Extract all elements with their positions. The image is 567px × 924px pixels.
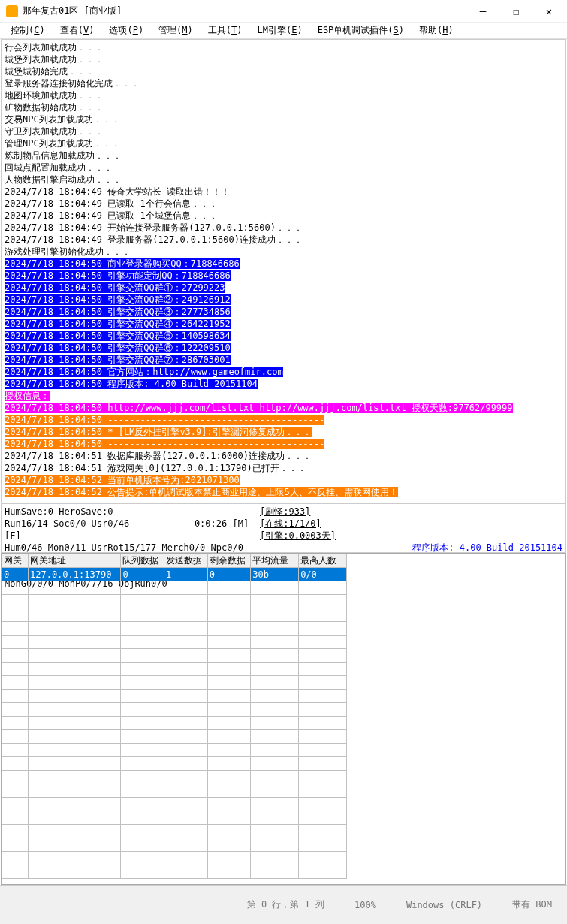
log-line: 回城点配置加载成功．．． [5,162,562,174]
log-line: 2024/7/18 18:04:50 ---------------------… [5,438,562,450]
footer-statusbar: 第 0 行，第 1 列 100% Windows (CRLF) 带有 BOM [0,885,567,924]
table-row[interactable] [2,649,347,663]
minimize-button[interactable]: ─ [466,0,499,23]
table-row[interactable] [2,784,347,798]
menu-options[interactable]: 选项(P) [101,24,151,37]
log-line: 2024/7/18 18:04:50 引擎交流QQ群④：264221952 [5,318,562,330]
footer-encoding: 带有 BOM [512,898,552,911]
menu-help[interactable]: 帮助(H) [412,24,461,37]
maximize-button[interactable]: ☐ [499,0,532,23]
log-line: 2024/7/18 18:04:50 引擎交流QQ群⑤：140598634 [5,330,562,342]
log-line: 2024/7/18 18:04:49 传奇大学站长 读取出错！！！ [5,186,562,198]
table-row[interactable]: 0127.0.0.1:1379001030b0/0 [2,568,347,581]
menu-tools[interactable]: 工具(T) [201,24,250,37]
window-title: 那年复古01区 [商业版] [23,5,466,17]
grid-header[interactable]: 剩余数据 [207,554,251,568]
grid-header[interactable]: 网关地址 [28,554,120,568]
menu-control[interactable]: 控制(C) [3,24,53,37]
log-line: 城堡列表加载成功．．． [5,53,562,65]
table-row[interactable] [2,581,347,595]
log-line: 2024/7/18 18:04:50 引擎交流QQ群③：277734856 [5,306,562,318]
log-line: 登录服务器连接初始化完成．．． [5,77,562,89]
log-line: 授权信息： [5,390,562,402]
table-row[interactable] [2,636,347,649]
menu-lm-engine[interactable]: LM引擎(E) [250,24,310,37]
log-line: 2024/7/18 18:04:50 引擎交流QQ群①：27299223 [5,282,562,294]
status-run: Run16/14 Soc0/0 Usr0/46 0:0:26 [M][F] [5,518,260,542]
table-row[interactable] [2,717,347,730]
log-line: 2024/7/18 18:04:50 引擎交流QQ群②：249126912 [5,294,562,306]
log-line: 2024/7/18 18:04:49 已读取 1个城堡信息．．． [5,210,562,222]
table-row[interactable] [2,771,347,784]
log-line: 2024/7/18 18:04:50 引擎交流QQ群⑥：122209510 [5,342,562,354]
menubar: 控制(C) 查看(V) 选项(P) 管理(M) 工具(T) LM引擎(E) ES… [0,23,567,39]
log-line: 矿物数据初始成功．．． [5,101,562,113]
log-line: 地图环境加载成功．．． [5,89,562,101]
log-line: 城堡城初始完成．．． [5,65,562,77]
status-engine: [引擎:0.0003天] [260,530,562,542]
table-row[interactable] [2,690,347,703]
log-area[interactable]: 行会列表加载成功．．．城堡列表加载成功．．．城堡城初始完成．．．登录服务器连接初… [1,39,566,503]
status-version: 程序版本: 4.00 Build 20151104 [260,542,562,554]
table-row[interactable] [2,744,347,757]
grid-header[interactable]: 平均流量 [251,554,299,568]
log-line: 2024/7/18 18:04:49 已读取 1个行会信息．．． [5,198,562,210]
log-line: 2024/7/18 18:04:49 登录服务器(127.0.0.1:5600)… [5,234,562,246]
log-line: 交易NPC列表加载成功．．． [5,113,562,125]
status-panel: HumSave:0 HeroSave:0 Run16/14 Soc0/0 Usr… [1,503,566,553]
table-row[interactable] [2,798,347,811]
table-row[interactable] [2,811,347,825]
grid-header[interactable]: 队列数据 [121,554,164,568]
status-online: [在线:1/1/0] [260,518,562,530]
log-line: 游戏处理引擎初始化成功．．． [5,246,562,258]
grid-header[interactable]: 最高人数 [299,554,347,568]
log-line: 2024/7/18 18:04:50 ---------------------… [5,414,562,426]
table-row[interactable] [2,825,347,838]
log-line: 2024/7/18 18:04:50 引擎功能定制QQ：718846686 [5,270,562,282]
log-line: 2024/7/18 18:04:50 引擎交流QQ群⑦：286703001 [5,354,562,366]
footer-crlf: Windows (CRLF) [406,900,482,910]
log-line: 2024/7/18 18:04:50 * [LM反外挂引擎v3.9]:引擎漏洞修… [5,426,562,438]
table-row[interactable] [2,757,347,771]
menu-esp-plugin[interactable]: ESP单机调试插件(S) [310,24,412,37]
log-line: 2024/7/18 18:04:50 程序版本: 4.00 Build 2015… [5,378,562,390]
log-line: 2024/7/18 18:04:52 当前单机版本号为:2021071300 [5,474,562,486]
app-icon [6,5,18,17]
titlebar: 那年复古01区 [商业版] ─ ☐ ✕ [0,0,567,23]
log-line: 行会列表加载成功．．． [5,41,562,53]
table-row[interactable] [2,595,347,608]
log-line: 2024/7/18 18:04:50 官方网站：http://www.gameo… [5,366,562,378]
log-line: 管理NPC列表加载成功．．． [5,137,562,149]
table-row[interactable] [2,852,347,865]
log-line: 2024/7/18 18:04:51 数据库服务器(127.0.0.1:6000… [5,450,562,462]
log-line: 炼制物品信息加载成功．．． [5,149,562,162]
menu-manage[interactable]: 管理(M) [151,24,201,37]
table-row[interactable] [2,608,347,622]
close-button[interactable]: ✕ [532,0,565,23]
table-row[interactable] [2,865,347,879]
log-line: 2024/7/18 18:04:50 http://www.jjj.com/li… [5,402,562,414]
table-row[interactable] [2,622,347,636]
table-row[interactable] [2,730,347,744]
footer-zoom: 100% [354,900,376,910]
gateway-grid[interactable]: 网关网关地址队列数据发送数据剩余数据平均流量最高人数 0127.0.0.1:13… [1,553,566,885]
table-row[interactable] [2,703,347,717]
status-refresh: [刷怪:933] [260,506,562,518]
log-line: 2024/7/18 18:04:52 公告提示:单机调试版本禁止商业用途、上限5… [5,486,562,498]
grid-header[interactable]: 网关 [2,554,29,568]
log-line: 2024/7/18 18:04:51 游戏网关[0](127.0.0.1:137… [5,462,562,474]
log-line: 守卫列表加载成功．．． [5,125,562,137]
log-line: 人物数据引擎启动成功．．． [5,174,562,186]
table-row[interactable] [2,676,347,690]
footer-position: 第 0 行，第 1 列 [247,898,324,911]
log-line: 2024/7/18 18:04:50 商业登录器购买QQ：718846686 [5,258,562,270]
log-line: 2024/7/18 18:04:49 开始连接登录服务器(127.0.0.1:5… [5,222,562,234]
table-row[interactable] [2,838,347,852]
status-humsave: HumSave:0 HeroSave:0 [5,506,260,518]
grid-header[interactable]: 发送数据 [164,554,208,568]
table-row[interactable] [2,663,347,676]
menu-view[interactable]: 查看(V) [53,24,102,37]
